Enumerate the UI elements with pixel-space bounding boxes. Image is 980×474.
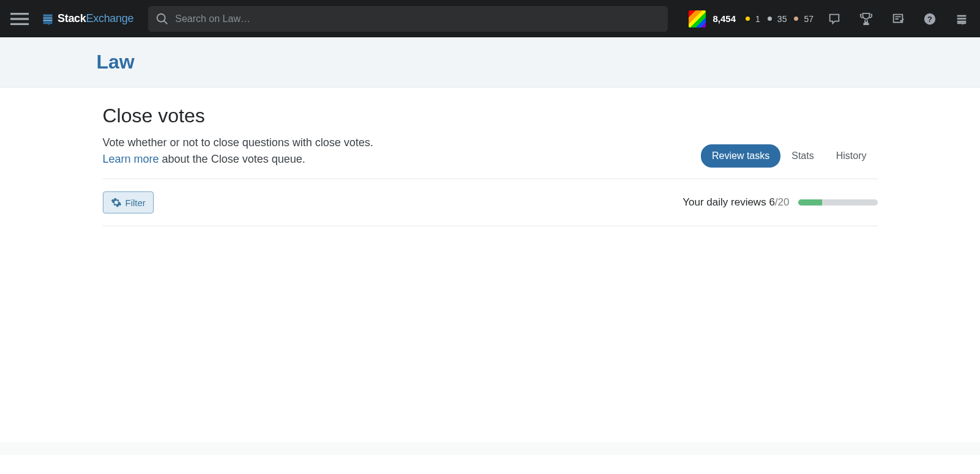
gold-badge-icon — [746, 17, 750, 21]
tab-review-tasks[interactable]: Review tasks — [701, 144, 780, 168]
filter-row: Filter Your daily reviews 6/20 — [103, 179, 878, 226]
filter-button[interactable]: Filter — [103, 191, 154, 213]
tab-history[interactable]: History — [825, 144, 878, 168]
inbox-button[interactable] — [823, 8, 845, 30]
site-header-band: Law — [0, 37, 980, 87]
logo-text: StackExchange — [58, 12, 133, 25]
progress-bar — [798, 199, 878, 206]
progress-fill — [798, 199, 822, 206]
site-logo-link[interactable]: StackExchange — [37, 12, 138, 25]
bronze-badge-icon — [794, 17, 798, 21]
search-input[interactable] — [169, 13, 660, 24]
svg-rect-0 — [43, 14, 53, 16]
main-content: Close votes Vote whether or not to close… — [0, 87, 980, 442]
hamburger-menu-button[interactable] — [7, 7, 32, 31]
svg-rect-1 — [43, 17, 53, 18]
topbar: StackExchange 8,454 1 35 57 ? — [0, 0, 980, 37]
svg-rect-7 — [957, 20, 967, 22]
footer-band — [0, 442, 980, 455]
gold-badge-count: 1 — [755, 14, 760, 24]
learn-more-link[interactable]: Learn more — [103, 153, 159, 165]
help-button[interactable]: ? — [919, 8, 941, 30]
search-bar[interactable] — [148, 6, 667, 32]
review-tabs: Review tasks Stats History — [701, 144, 878, 168]
progress-label: Your daily reviews 6/20 — [683, 196, 789, 209]
help-icon: ? — [923, 12, 937, 26]
daily-reviews-progress: Your daily reviews 6/20 — [683, 196, 877, 209]
achievements-button[interactable] — [855, 8, 877, 30]
description-text: Vote whether or not to close questions w… — [103, 135, 373, 168]
description-line: Vote whether or not to close questions w… — [103, 136, 373, 149]
search-icon — [155, 12, 169, 26]
svg-rect-5 — [957, 15, 967, 17]
filter-button-label: Filter — [125, 198, 146, 208]
page-title: Close votes — [103, 105, 878, 127]
stackexchange-icon — [42, 13, 54, 25]
silver-badge-icon — [768, 17, 772, 21]
svg-rect-2 — [43, 19, 53, 21]
inbox-icon — [828, 12, 841, 26]
site-title-link[interactable]: Law — [97, 51, 135, 73]
site-switcher-button[interactable] — [951, 8, 973, 30]
reputation-score[interactable]: 8,454 — [713, 13, 736, 24]
user-cluster: 8,454 1 35 57 ? — [678, 8, 973, 30]
site-switcher-icon — [955, 12, 968, 26]
hamburger-icon — [7, 7, 32, 31]
trophy-icon — [859, 12, 873, 26]
svg-rect-6 — [957, 18, 967, 20]
gear-icon — [111, 197, 122, 208]
user-avatar[interactable] — [689, 10, 706, 28]
silver-badge-count: 35 — [777, 14, 787, 24]
review-icon — [891, 12, 905, 26]
description-row: Vote whether or not to close questions w… — [103, 135, 878, 179]
bronze-badge-count: 57 — [804, 14, 814, 24]
review-queues-button[interactable] — [887, 8, 909, 30]
tab-stats[interactable]: Stats — [780, 144, 825, 168]
learn-more-suffix: about the Close votes queue. — [159, 153, 305, 165]
svg-text:?: ? — [927, 14, 932, 23]
